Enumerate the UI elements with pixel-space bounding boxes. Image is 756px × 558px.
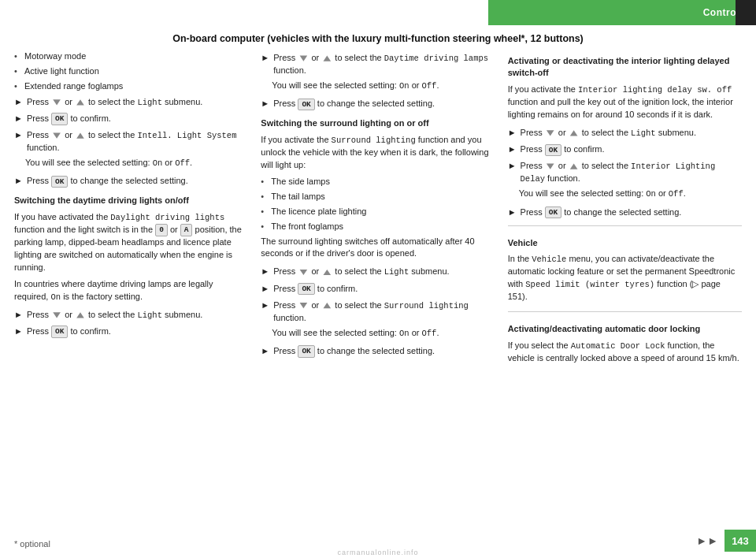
step-text: Press or to select the Light submenu. [273,266,495,278]
list-item: • Extended range foglamps [14,80,248,93]
step-item: ► Press or to select the Surround lighti… [261,299,495,325]
arrow-icon: ► [14,175,23,188]
ok-button-icon: OK [51,176,68,188]
main-content: • Motorway mode • Active light function … [14,50,742,526]
a-button-icon: A [180,224,193,236]
section-heading-surround: Switching the surround lighting on or of… [261,117,495,129]
step-text: Press or to select the Light submenu. [27,96,248,109]
step-text: Press or to select the Intell. Light Sys… [27,129,248,154]
down-arrow-icon [52,98,61,107]
step-text: Press or to select the Light submenu. [521,127,742,140]
step-item: ► Press OK to confirm. [14,113,248,125]
step-item: ► Press OK to change the selected settin… [14,175,248,188]
step-note: You will see the selected setting: On or… [261,327,495,340]
bullet-text: The side lamps [271,176,330,188]
step-item: ► Press OK to change the selected settin… [261,345,495,358]
list-item: • The tail lamps [261,191,495,203]
ok-button-icon: OK [298,99,314,110]
step-item: ► Press OK to change the selected settin… [508,206,742,219]
arrow-icon: ► [508,160,517,185]
section-body-daytime2: In countries where daytime driving lamps… [14,278,248,303]
bullet-icon: • [14,50,20,63]
section-heading-interior: Activating or deactivating the interior … [508,55,742,80]
section-body-surround: If you activate the Surround lighting fu… [261,134,495,172]
ok-button-icon: OK [51,113,68,125]
step-text: Press OK to confirm. [27,326,248,338]
arrow-icon: ► [508,143,517,156]
step-item: ► Press or to select the Light submenu. [261,266,495,278]
bullet-icon: • [261,191,267,203]
step-text: Press or to select the Surround lighting… [273,299,495,325]
bullet-text: The front foglamps [271,221,343,233]
step-item: ► Press or to select the Interior Lighti… [508,160,742,185]
arrow-icon: ► [14,326,23,338]
page-title: On-board computer (vehicles with the lux… [0,30,756,47]
up-arrow-icon [322,268,332,277]
arrow-icon: ► [261,98,269,110]
ok-button-icon: OK [51,326,68,337]
left-column: • Motorway mode • Active light function … [14,50,248,526]
zero-button-icon: 0 [155,224,168,236]
arrow-icon: ► [508,206,517,219]
up-arrow-icon [76,131,85,140]
section-divider [508,311,742,312]
step-text: Press OK to change the selected setting. [521,206,742,219]
ok-button-icon: OK [298,283,314,295]
step-note: You will see the selected setting: On or… [261,80,495,92]
bullet-icon: • [261,176,267,188]
down-arrow-icon [546,162,555,171]
down-arrow-icon [52,311,61,320]
step-item: ► Press or to select the Light submenu. [508,127,742,140]
nav-arrows: ►► [696,534,718,547]
right-column: Activating or deactivating the interior … [508,50,742,526]
step-text: Press or to select the Light submenu. [27,309,248,322]
step-text: Press or to select the Daytime driving l… [273,52,495,77]
section-body-daytime: If you have activated the Daylight drivi… [14,211,248,274]
list-item: • The licence plate lighting [261,206,495,218]
down-arrow-icon [546,128,555,138]
step-text: Press OK to confirm. [521,143,742,156]
step-text: Press OK to confirm. [27,113,248,125]
arrow-icon: ► [261,52,269,77]
step-item: ► Press OK to confirm. [508,143,742,156]
step-text: Press OK to change the selected setting. [273,345,495,358]
header-section-bar: Controls [488,0,756,25]
step-item: ► Press OK to confirm. [14,326,248,338]
arrow-icon: ► [261,283,269,296]
bullet-icon: • [14,80,20,93]
section-body-surround2: The surround lighting switches off autom… [261,236,495,261]
arrow-icon: ► [14,129,23,154]
footer-optional-text: * optional [14,539,50,549]
down-arrow-icon [52,131,61,140]
arrow-icon: ► [261,299,269,325]
step-text: Press or to select the Interior Lighting… [521,160,742,185]
up-arrow-icon [569,162,579,171]
bullet-icon: • [261,221,267,233]
middle-column: ► Press or to select the Daytime driving… [261,50,495,526]
up-arrow-icon [322,54,332,63]
arrow-icon: ► [261,345,269,358]
watermark: carmanualonline.info [337,549,418,556]
step-item: ► Press or to select the Daytime driving… [261,52,495,77]
ok-button-icon: OK [545,144,561,156]
section-divider [508,225,742,226]
step-item: ► Press or to select the Light submenu. [14,309,248,322]
up-arrow-icon [76,98,85,107]
bullet-text: The tail lamps [271,191,324,203]
ok-button-icon: OK [545,206,561,218]
list-item: • Active light function [14,65,248,78]
header-black-accent [736,0,756,25]
step-text: Press OK to change the selected setting. [27,175,248,188]
step-text: Press OK to confirm. [273,283,495,296]
section-heading-daytime: Switching the daytime driving lights on/… [14,195,248,206]
step-item: ► Press or to select the Light submenu. [14,96,248,109]
bullet-text: Motorway mode [24,50,86,63]
list-item: • Motorway mode [14,50,248,63]
page-number: 143 [724,530,756,552]
arrow-icon: ► [508,127,517,140]
bullet-text: The licence plate lighting [271,206,366,218]
up-arrow-icon [322,301,332,311]
section-heading-vehicle: Vehicle [508,237,742,249]
up-arrow-icon [569,128,579,138]
bullet-text: Active light function [24,65,99,78]
